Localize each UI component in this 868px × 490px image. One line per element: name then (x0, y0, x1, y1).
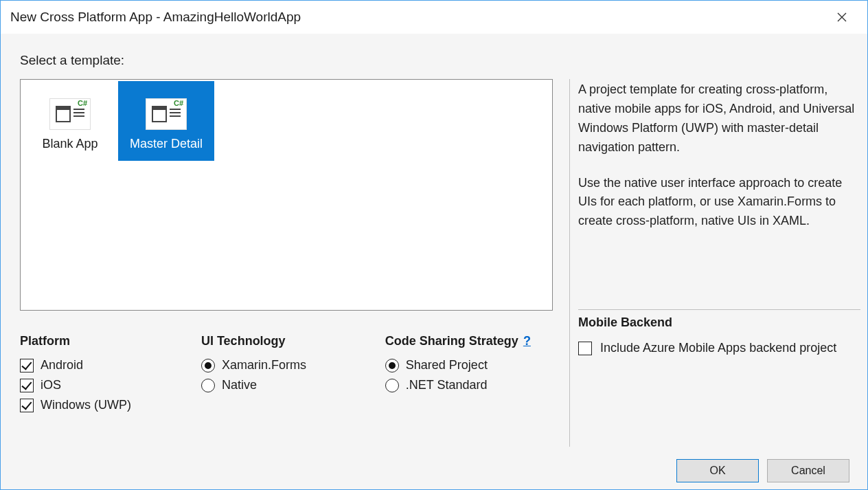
code-sharing-heading-text: Code Sharing Strategy (385, 334, 518, 348)
platform-ios-checkbox[interactable]: iOS (20, 378, 194, 392)
content-columns: C# Blank App C# Master Detail Platform (20, 79, 860, 447)
template-label: Master Detail (130, 137, 203, 151)
titlebar: New Cross Platform App - AmazingHelloWor… (1, 1, 867, 34)
divider (578, 309, 860, 310)
ui-technology-group: UI Technology Xamarin.Forms Native (201, 334, 378, 418)
checkbox-label: Include Azure Mobile Apps backend projec… (600, 341, 836, 355)
uitech-xamarinforms-radio[interactable]: Xamarin.Forms (201, 358, 378, 372)
window-title: New Cross Platform App - AmazingHelloWor… (10, 10, 301, 25)
dialog-window: New Cross Platform App - AmazingHelloWor… (0, 0, 868, 490)
cancel-button[interactable]: Cancel (767, 459, 849, 482)
right-column: A project template for creating cross-pl… (569, 79, 860, 447)
template-description: A project template for creating cross-pl… (578, 80, 860, 247)
platform-group: Platform Android iOS (20, 334, 194, 418)
radio-icon (385, 379, 399, 392)
checkbox-label: Android (41, 358, 83, 372)
uitech-native-radio[interactable]: Native (201, 378, 378, 392)
template-item-master-detail[interactable]: C# Master Detail (118, 81, 214, 161)
select-template-label: Select a template: (20, 53, 860, 68)
close-icon (837, 12, 847, 22)
template-list[interactable]: C# Blank App C# Master Detail (20, 79, 553, 311)
radio-icon (201, 359, 215, 372)
checkbox-label: Windows (UWP) (41, 398, 131, 412)
ok-button[interactable]: OK (676, 459, 759, 482)
codesharing-sharedproject-radio[interactable]: Shared Project (385, 358, 553, 372)
dialog-footer: OK Cancel (20, 447, 860, 482)
checkbox-icon (20, 359, 34, 372)
code-sharing-heading: Code Sharing Strategy ? (385, 334, 553, 348)
options-row: Platform Android iOS (20, 334, 553, 418)
description-paragraph: Use the native user interface approach t… (578, 174, 860, 232)
radio-label: Native (222, 378, 257, 392)
platform-heading: Platform (20, 334, 194, 348)
radio-label: Xamarin.Forms (222, 358, 306, 372)
platform-android-checkbox[interactable]: Android (20, 358, 194, 372)
template-label: Blank App (42, 137, 98, 151)
mobile-backend-heading: Mobile Backend (578, 315, 860, 330)
checkbox-icon (578, 342, 592, 355)
checkbox-icon (20, 379, 34, 392)
left-column: C# Blank App C# Master Detail Platform (20, 79, 553, 447)
dialog-body: Select a template: C# Blank App C# Maste (1, 34, 867, 489)
checkbox-icon (20, 399, 34, 412)
code-sharing-group: Code Sharing Strategy ? Shared Project .… (385, 334, 553, 418)
include-azure-backend-checkbox[interactable]: Include Azure Mobile Apps backend projec… (578, 341, 860, 355)
radio-label: .NET Standard (406, 378, 488, 392)
checkbox-label: iOS (41, 378, 61, 392)
codesharing-netstandard-radio[interactable]: .NET Standard (385, 378, 553, 392)
help-link[interactable]: ? (523, 334, 531, 348)
description-paragraph: A project template for creating cross-pl… (578, 80, 860, 157)
template-item-blank-app[interactable]: C# Blank App (22, 81, 118, 161)
platform-uwp-checkbox[interactable]: Windows (UWP) (20, 398, 194, 412)
radio-icon (201, 379, 215, 392)
close-button[interactable] (826, 6, 858, 28)
template-icon: C# (49, 98, 91, 130)
radio-label: Shared Project (406, 358, 488, 372)
ui-technology-heading: UI Technology (201, 334, 378, 348)
template-icon: C# (146, 98, 187, 130)
radio-icon (385, 359, 399, 372)
